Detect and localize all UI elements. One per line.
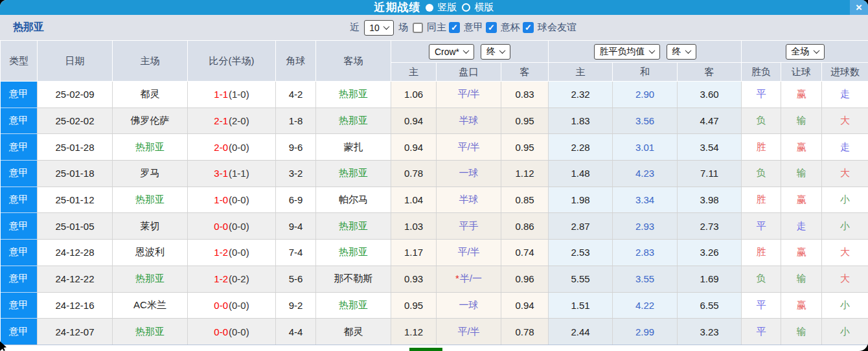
ah-away-odds-cell: 0.96 [501, 266, 549, 292]
score-cell: 3-1(1-1) [188, 161, 276, 187]
corners-cell: 1-8 [276, 108, 316, 134]
result-goals-cell: 大 [822, 266, 868, 292]
halftime-score: (0-0) [229, 194, 249, 205]
away-team-cell: 热那亚 [316, 240, 391, 266]
draw-odds-cell: 3.34 [613, 187, 678, 213]
ah-away-odds-cell: 0.95 [501, 108, 549, 134]
scope-select[interactable]: 全场 [786, 44, 825, 60]
radio-horizontal-layout[interactable] [462, 3, 470, 12]
result-handicap-cell: 输 [781, 108, 822, 134]
home-odds-cell: 2.28 [549, 134, 613, 161]
table-row: 意甲25-01-18罗马3-1(1-1)3-2热那亚0.78一球1.121.48… [1, 161, 868, 187]
radio-vertical-label: 竖版 [438, 1, 457, 14]
league-cell: 意甲 [1, 266, 38, 292]
header-score: 比分(半场) [188, 41, 276, 82]
table-row: 意甲24-12-07热那亚0-0(0-0)4-4都灵1.12平/半0.782.4… [1, 319, 868, 345]
header-away: 客场 [316, 41, 391, 82]
league-cell: 意甲 [1, 319, 38, 345]
result-goals-cell: 大 [822, 240, 868, 266]
result-wdl-cell: 胜 [742, 134, 781, 161]
halftime-score: (0-2) [229, 273, 249, 284]
ah-home-odds-cell: 1.03 [391, 213, 437, 240]
away-team-cell: 热那亚 [316, 213, 391, 240]
ah-line-cell: 半球 [437, 108, 501, 134]
table-body: 意甲25-02-09都灵1-1(1-0)4-2热那亚1.06平/半0.832.3… [1, 82, 868, 345]
ah-line-cell: 平手 [437, 213, 501, 240]
handicap-time-select[interactable]: 终 [481, 44, 510, 60]
halftime-score: (0-0) [229, 300, 249, 311]
checkbox-italy-cup[interactable]: ✓ [486, 22, 497, 33]
fulltime-score: 0-0 [214, 300, 228, 311]
score-cell: 1-2(0-2) [188, 266, 276, 292]
radio-vertical-layout[interactable] [426, 4, 433, 12]
team-name: 热那亚 [339, 88, 368, 99]
result-wdl-cell: 负 [742, 108, 781, 134]
ah-home-odds-cell: 1.12 [391, 319, 437, 345]
team-name: 热那亚 [339, 246, 368, 257]
ah-home-odds-cell: 0.95 [391, 292, 437, 319]
result-handicap-cell: 赢 [781, 292, 822, 319]
home-team-cell: 恩波利 [113, 240, 188, 266]
close-icon[interactable]: × [850, 0, 868, 15]
green-bar [409, 348, 442, 351]
halftime-score: (1-1) [229, 168, 249, 179]
fulltime-score: 1-0 [214, 194, 228, 205]
corners-cell: 9-6 [276, 134, 316, 161]
checkbox-same-home[interactable] [413, 23, 423, 33]
halftime-score: (0-0) [229, 142, 249, 153]
ah-line-cell: 一球 [437, 292, 501, 319]
away-odds-cell: 3.26 [678, 240, 742, 266]
away-team-cell: 那不勒斯 [316, 266, 391, 292]
chevron-down-icon [648, 47, 655, 54]
chevron-down-icon [813, 47, 819, 54]
draw-odds-cell: 2.83 [613, 240, 678, 266]
corners-cell: 4-2 [276, 82, 316, 108]
team-name: 热那亚 [339, 167, 368, 178]
result-goals-cell: 小 [822, 187, 868, 213]
page-title: 近期战绩 [374, 0, 421, 15]
result-wdl-cell: 负 [742, 266, 781, 292]
league-cell: 意甲 [1, 240, 38, 266]
team-name: 热那亚 [339, 299, 368, 310]
league-cell: 意甲 [1, 108, 38, 134]
ah-home-odds-cell: 1.06 [391, 82, 437, 108]
league-cell: 意甲 [1, 292, 38, 319]
away-team-cell: 帕尔马 [316, 187, 391, 213]
match-count-select[interactable]: 10 [364, 20, 394, 36]
team-name: 莱切 [141, 220, 160, 231]
team-name: 都灵 [344, 326, 363, 337]
filter-checkbox-group: 同主✓意甲✓意杯✓球会友谊 [413, 21, 577, 34]
league-cell: 意甲 [1, 213, 38, 240]
team-name: AC米兰 [133, 299, 166, 310]
date-cell: 25-02-09 [38, 82, 113, 108]
header-home: 主场 [113, 41, 188, 82]
away-odds-cell: 3.23 [678, 319, 742, 345]
header-type: 类型 [1, 41, 38, 82]
bookmaker-select[interactable]: Crow* [429, 44, 474, 60]
team-name: 罗马 [141, 167, 160, 178]
checkbox-club-friendly[interactable]: ✓ [523, 22, 534, 33]
scope-select-value: 全场 [792, 46, 810, 58]
ah-away-odds-cell: 0.95 [501, 134, 549, 161]
away-odds-cell: 6.55 [678, 292, 742, 319]
away-odds-cell: 1.69 [678, 266, 742, 292]
ah-home-odds-cell: 0.94 [391, 108, 437, 134]
recent-results-panel: 近期战绩 竖版 横版 × 热那亚 近 10 场 同主✓意甲✓意杯✓球会友谊 [0, 0, 868, 351]
score-cell: 0-0(0-0) [188, 213, 276, 240]
odds-type-select[interactable]: 胜平负均值 [594, 44, 660, 60]
draw-odds-cell: 3.01 [613, 134, 678, 161]
ah-away-odds-cell: 0.85 [501, 187, 549, 213]
result-wdl-cell: 平 [742, 292, 781, 319]
fulltime-score: 1-2 [214, 273, 228, 284]
corners-cell: 6-9 [276, 187, 316, 213]
home-team-cell: 罗马 [113, 161, 188, 187]
result-goals-cell: 走 [822, 134, 868, 161]
subheader-ah-home: 主 [391, 63, 437, 82]
away-odds-cell: 3.98 [678, 187, 742, 213]
odds-time-select[interactable]: 终 [667, 44, 696, 60]
checkbox-serie-a[interactable]: ✓ [449, 22, 460, 33]
subheader-result-goals: 进球数 [822, 63, 868, 82]
home-team-cell: 热那亚 [113, 134, 188, 161]
checkbox-label-same-home: 同主 [427, 21, 446, 34]
date-cell: 24-12-16 [38, 292, 113, 319]
